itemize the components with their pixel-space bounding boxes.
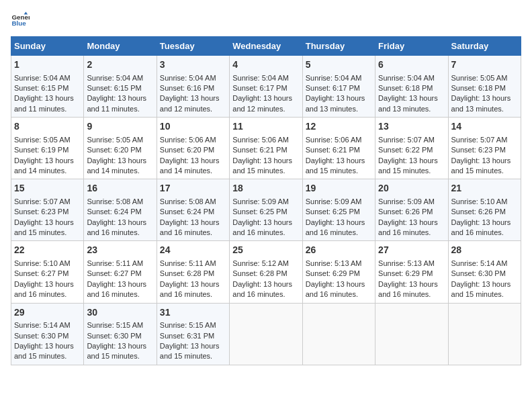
daylight-text: Daylight: 13 hoursand 11 minutes. [87,94,146,112]
header-cell-wednesday: Wednesday [230,37,302,56]
calendar-cell: 19 Sunrise: 5:09 AM Sunset: 6:25 PM Dayl… [302,179,375,241]
daylight-text: Daylight: 13 hoursand 16 minutes. [306,218,365,236]
calendar-cell [375,303,448,365]
day-number: 16 [87,182,153,195]
day-number: 25 [232,244,299,257]
day-number: 23 [87,244,153,257]
header-cell-monday: Monday [84,37,157,56]
day-number: 7 [451,58,518,72]
calendar-cell: 29 Sunrise: 5:14 AM Sunset: 6:30 PM Dayl… [11,303,84,365]
sunrise-text: Sunrise: 5:05 AM [14,136,71,144]
sunset-text: Sunset: 6:16 PM [160,84,214,92]
sunset-text: Sunset: 6:23 PM [451,146,506,154]
daylight-text: Daylight: 13 hoursand 15 minutes. [451,156,511,175]
calendar-cell: 21 Sunrise: 5:10 AM Sunset: 6:26 PM Dayl… [448,179,521,241]
daylight-text: Daylight: 13 hoursand 16 minutes. [451,218,511,236]
sunset-text: Sunset: 6:31 PM [160,332,214,340]
day-number: 12 [306,120,372,134]
daylight-text: Daylight: 13 hoursand 16 minutes. [160,218,220,236]
sunset-text: Sunset: 6:22 PM [378,146,433,154]
day-number: 2 [87,58,153,72]
daylight-text: Daylight: 13 hoursand 15 minutes. [14,342,74,360]
sunrise-text: Sunrise: 5:04 AM [306,74,362,82]
calendar-cell: 13 Sunrise: 5:07 AM Sunset: 6:22 PM Dayl… [375,118,448,179]
daylight-text: Daylight: 13 hoursand 16 minutes. [160,280,220,298]
calendar-cell: 27 Sunrise: 5:13 AM Sunset: 6:29 PM Dayl… [375,241,448,303]
calendar-cell: 28 Sunrise: 5:14 AM Sunset: 6:30 PM Dayl… [448,241,521,303]
day-number: 24 [160,244,226,257]
sunrise-text: Sunrise: 5:14 AM [451,259,508,267]
sunset-text: Sunset: 6:26 PM [378,208,433,216]
sunset-text: Sunset: 6:28 PM [160,269,214,277]
sunset-text: Sunset: 6:20 PM [160,146,214,154]
day-number: 28 [451,244,518,257]
day-number: 17 [160,182,226,195]
sunset-text: Sunset: 6:21 PM [232,146,287,154]
day-number: 3 [160,58,226,72]
daylight-text: Daylight: 13 hoursand 15 minutes. [306,156,365,175]
calendar-cell: 25 Sunrise: 5:12 AM Sunset: 6:28 PM Dayl… [230,241,302,303]
calendar-cell: 5 Sunrise: 5:04 AM Sunset: 6:17 PM Dayli… [302,56,375,118]
calendar-cell: 30 Sunrise: 5:15 AM Sunset: 6:30 PM Dayl… [84,303,157,365]
sunrise-text: Sunrise: 5:04 AM [232,74,289,82]
day-number: 8 [14,120,81,134]
sunrise-text: Sunrise: 5:05 AM [451,74,508,82]
calendar-cell: 8 Sunrise: 5:05 AM Sunset: 6:19 PM Dayli… [11,118,84,179]
day-number: 18 [232,182,299,195]
sunset-text: Sunset: 6:27 PM [14,269,69,277]
daylight-text: Daylight: 13 hoursand 15 minutes. [232,156,292,175]
calendar-cell: 17 Sunrise: 5:08 AM Sunset: 6:24 PM Dayl… [157,179,229,241]
sunset-text: Sunset: 6:30 PM [14,332,69,340]
daylight-text: Daylight: 13 hoursand 12 minutes. [232,94,292,112]
calendar-header-row: SundayMondayTuesdayWednesdayThursdayFrid… [11,37,521,56]
sunset-text: Sunset: 6:15 PM [14,84,69,92]
sunset-text: Sunset: 6:20 PM [87,146,141,154]
calendar-cell: 11 Sunrise: 5:06 AM Sunset: 6:21 PM Dayl… [230,118,302,179]
sunset-text: Sunset: 6:25 PM [306,208,360,216]
calendar-body: 1 Sunrise: 5:04 AM Sunset: 6:15 PM Dayli… [11,56,521,365]
sunrise-text: Sunrise: 5:05 AM [87,136,143,144]
daylight-text: Daylight: 13 hoursand 16 minutes. [378,280,438,298]
daylight-text: Daylight: 13 hoursand 12 minutes. [160,94,220,112]
calendar-cell: 16 Sunrise: 5:08 AM Sunset: 6:24 PM Dayl… [84,179,157,241]
logo-icon: General Blue [11,11,30,30]
calendar-cell [230,303,302,365]
daylight-text: Daylight: 13 hoursand 14 minutes. [14,156,74,175]
page-header: General Blue [11,11,521,30]
calendar-cell: 4 Sunrise: 5:04 AM Sunset: 6:17 PM Dayli… [230,56,302,118]
sunrise-text: Sunrise: 5:04 AM [14,74,71,82]
calendar-cell: 24 Sunrise: 5:11 AM Sunset: 6:28 PM Dayl… [157,241,229,303]
day-number: 30 [87,306,153,320]
day-number: 1 [14,58,81,72]
daylight-text: Daylight: 13 hoursand 13 minutes. [451,94,511,112]
daylight-text: Daylight: 13 hoursand 11 minutes. [14,94,74,112]
sunset-text: Sunset: 6:23 PM [14,208,69,216]
sunset-text: Sunset: 6:24 PM [160,208,214,216]
sunrise-text: Sunrise: 5:06 AM [160,136,216,144]
sunset-text: Sunset: 6:30 PM [87,332,141,340]
day-number: 29 [14,306,81,320]
logo: General Blue [11,11,30,30]
calendar-cell: 20 Sunrise: 5:09 AM Sunset: 6:26 PM Dayl… [375,179,448,241]
calendar-cell [302,303,375,365]
daylight-text: Daylight: 13 hoursand 15 minutes. [378,156,438,175]
calendar-cell: 31 Sunrise: 5:15 AM Sunset: 6:31 PM Dayl… [157,303,229,365]
sunrise-text: Sunrise: 5:08 AM [160,197,216,205]
sunrise-text: Sunrise: 5:10 AM [451,197,508,205]
day-number: 9 [87,120,153,134]
calendar-cell: 22 Sunrise: 5:10 AM Sunset: 6:27 PM Dayl… [11,241,84,303]
sunset-text: Sunset: 6:25 PM [232,208,287,216]
header-cell-saturday: Saturday [448,37,521,56]
sunrise-text: Sunrise: 5:15 AM [160,321,216,329]
calendar-week-row: 15 Sunrise: 5:07 AM Sunset: 6:23 PM Dayl… [11,179,521,241]
calendar-cell: 18 Sunrise: 5:09 AM Sunset: 6:25 PM Dayl… [230,179,302,241]
sunrise-text: Sunrise: 5:15 AM [87,321,143,329]
sunset-text: Sunset: 6:29 PM [378,269,433,277]
daylight-text: Daylight: 13 hoursand 15 minutes. [160,342,220,360]
daylight-text: Daylight: 13 hoursand 14 minutes. [160,156,220,175]
day-number: 14 [451,120,518,134]
day-number: 21 [451,182,518,195]
header-cell-friday: Friday [375,37,448,56]
sunset-text: Sunset: 6:21 PM [306,146,360,154]
sunrise-text: Sunrise: 5:06 AM [306,136,362,144]
